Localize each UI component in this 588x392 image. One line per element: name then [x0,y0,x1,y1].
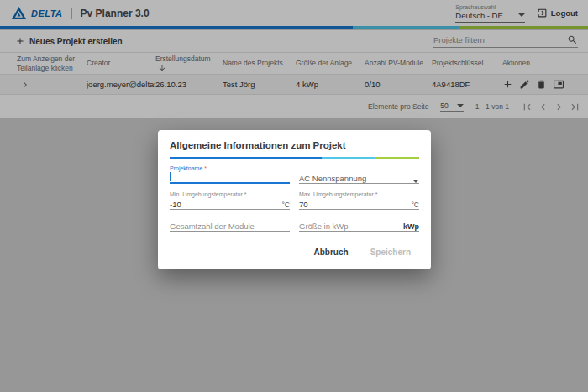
ac-voltage-value: AC Nennspannung [299,174,366,183]
min-temp-field: Min. Umgebungstemperatur * °C [170,191,290,210]
max-temp-input[interactable] [299,200,407,209]
size-kwp-input-row: kWp [299,221,419,232]
max-temp-field: Max. Umgebungstemperatur * °C [299,191,419,210]
project-name-input-row [170,173,290,184]
dialog-actions: Abbruch Speichern [170,242,419,263]
cancel-button[interactable]: Abbruch [306,242,357,263]
ac-voltage-select[interactable]: AC Nennspannung [299,173,419,184]
min-temp-input[interactable] [170,200,278,209]
size-kwp-input[interactable] [299,222,400,231]
save-button[interactable]: Speichern [362,242,419,263]
project-name-label-text: Projektname [170,165,202,171]
module-count-input-row [170,221,290,232]
dialog-title: Allgemeine Informationen zum Projekt [170,140,419,150]
ac-voltage-label-spacer [299,165,419,171]
progress-cyan-segment [322,157,374,159]
form-row-2: Min. Umgebungstemperatur * °C Max. Umgeb… [170,191,419,210]
size-kwp-unit: kWp [400,222,419,231]
project-name-label: Projektname * [170,165,290,171]
project-name-input[interactable] [171,173,291,182]
ac-voltage-field: AC Nennspannung [299,165,419,184]
min-temp-label: Min. Umgebungstemperatur * [170,191,290,197]
max-temp-label: Max. Umgebungstemperatur * [299,191,419,197]
required-asterisk: * [244,191,247,197]
module-count-field [170,221,290,232]
form-row-3: kWp [170,221,419,232]
dialog-progress-bar [170,157,419,159]
max-temp-unit: °C [407,201,419,209]
min-temp-input-row: °C [170,199,290,210]
size-kwp-field: kWp [299,221,419,232]
max-temp-input-row: °C [299,199,419,210]
form-row-1: Projektname * AC Nennspannung [170,165,419,184]
min-temp-label-text: Min. Umgebungstemperatur [170,191,243,197]
max-temp-label-text: Max. Umgebungstemperatur [299,191,374,197]
required-asterisk: * [204,165,207,171]
min-temp-unit: °C [278,201,290,209]
chevron-down-icon [412,180,419,183]
progress-blue-segment [170,157,322,159]
module-count-input[interactable] [170,222,290,231]
progress-green-segment [375,157,419,159]
app-root: DELTA Pv Planner 3.0 Sprachauswahl Deuts… [0,0,588,392]
required-asterisk: * [375,191,378,197]
project-dialog: Allgemeine Informationen zum Projekt Pro… [158,130,431,269]
project-name-field: Projektname * [170,165,290,184]
